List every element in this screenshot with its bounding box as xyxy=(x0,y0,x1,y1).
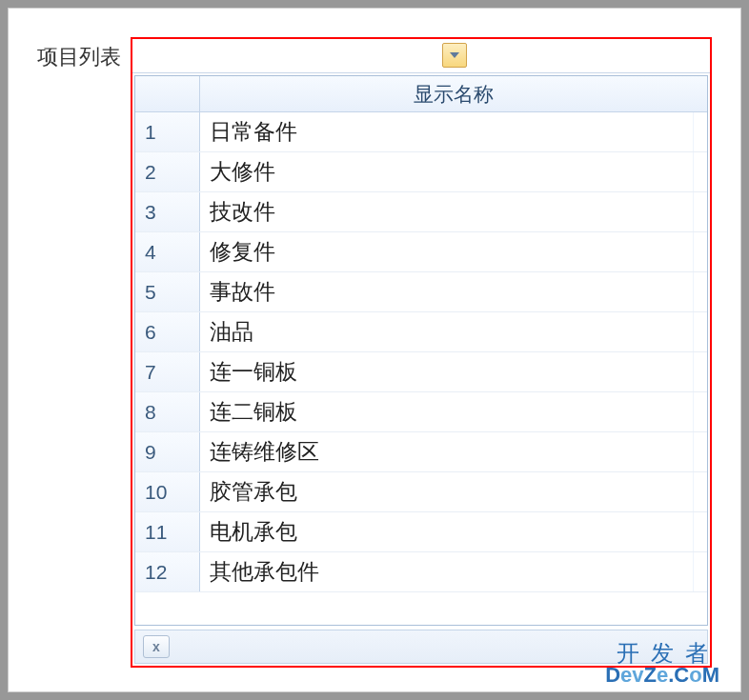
column-header-display-name[interactable]: 显示名称 xyxy=(200,76,707,111)
table-row[interactable]: 5事故件 xyxy=(135,272,707,312)
row-number-cell: 6 xyxy=(135,312,200,351)
row-number-cell: 5 xyxy=(135,272,200,311)
wm-char: o xyxy=(689,663,701,687)
display-name-cell: 大修件 xyxy=(200,152,694,191)
table-row[interactable]: 10胶管承包 xyxy=(135,472,707,512)
row-number-cell: 3 xyxy=(135,192,200,231)
wm-char: .C xyxy=(668,663,689,687)
table-row[interactable]: 2大修件 xyxy=(135,152,707,192)
wm-char: M xyxy=(702,663,719,687)
watermark-line2: DevZe.CoM xyxy=(605,665,719,686)
grid-header: 显示名称 xyxy=(135,76,707,112)
table-row[interactable]: 3技改件 xyxy=(135,192,707,232)
row-number-cell: 12 xyxy=(135,552,200,591)
row-number-cell: 8 xyxy=(135,392,200,431)
display-name-cell: 修复件 xyxy=(200,232,694,271)
grid-body: 1日常备件2大修件3技改件4修复件5事故件6油品7连一铜板8连二铜板9连铸维修区… xyxy=(135,112,707,625)
dropdown-trigger-button[interactable] xyxy=(442,43,467,68)
display-name-cell: 油品 xyxy=(200,312,694,351)
table-row[interactable]: 7连一铜板 xyxy=(135,352,707,392)
row-number-cell: 1 xyxy=(135,112,200,151)
wm-char: ev xyxy=(620,663,643,687)
table-row[interactable]: 9连铸维修区 xyxy=(135,432,707,472)
field-label: 项目列表 xyxy=(37,43,121,71)
display-name-cell: 事故件 xyxy=(200,272,694,311)
table-row[interactable]: 6油品 xyxy=(135,312,707,352)
table-row[interactable]: 8连二铜板 xyxy=(135,392,707,432)
row-number-cell: 11 xyxy=(135,512,200,551)
display-name-cell: 其他承包件 xyxy=(200,552,694,591)
row-number-cell: 9 xyxy=(135,432,200,471)
grid: 显示名称 1日常备件2大修件3技改件4修复件5事故件6油品7连一铜板8连二铜板9… xyxy=(134,75,708,626)
display-name-cell: 胶管承包 xyxy=(200,472,694,511)
watermark: 开发者 DevZe.CoM xyxy=(605,642,719,686)
display-name-cell: 连二铜板 xyxy=(200,392,694,431)
row-number-cell: 7 xyxy=(135,352,200,391)
chevron-down-icon xyxy=(450,52,459,58)
display-name-cell: 连铸维修区 xyxy=(200,432,694,471)
table-row[interactable]: 4修复件 xyxy=(135,232,707,272)
row-number-cell: 2 xyxy=(135,152,200,191)
table-row[interactable]: 11电机承包 xyxy=(135,512,707,552)
wm-char: e xyxy=(657,663,668,687)
close-icon: x xyxy=(152,639,160,654)
wm-char: Z xyxy=(644,663,657,687)
row-number-header xyxy=(135,76,200,111)
row-number-cell: 10 xyxy=(135,472,200,511)
display-name-cell: 日常备件 xyxy=(200,112,694,151)
wm-char: D xyxy=(605,663,620,687)
row-number-cell: 4 xyxy=(135,232,200,271)
close-button[interactable]: x xyxy=(143,635,170,658)
watermark-line1: 开发者 xyxy=(605,642,719,665)
table-row[interactable]: 1日常备件 xyxy=(135,112,707,152)
display-name-cell: 电机承包 xyxy=(200,512,694,551)
table-row[interactable]: 12其他承包件 xyxy=(135,552,707,592)
combo-input-row xyxy=(132,39,710,73)
display-name-cell: 连一铜板 xyxy=(200,352,694,391)
display-name-cell: 技改件 xyxy=(200,192,694,231)
panel: 项目列表 显示名称 1日常备件2大修件3技改件4修复件5事故件6油品7连一铜板8… xyxy=(8,8,741,692)
dropdown-picker: 显示名称 1日常备件2大修件3技改件4修复件5事故件6油品7连一铜板8连二铜板9… xyxy=(131,37,712,668)
